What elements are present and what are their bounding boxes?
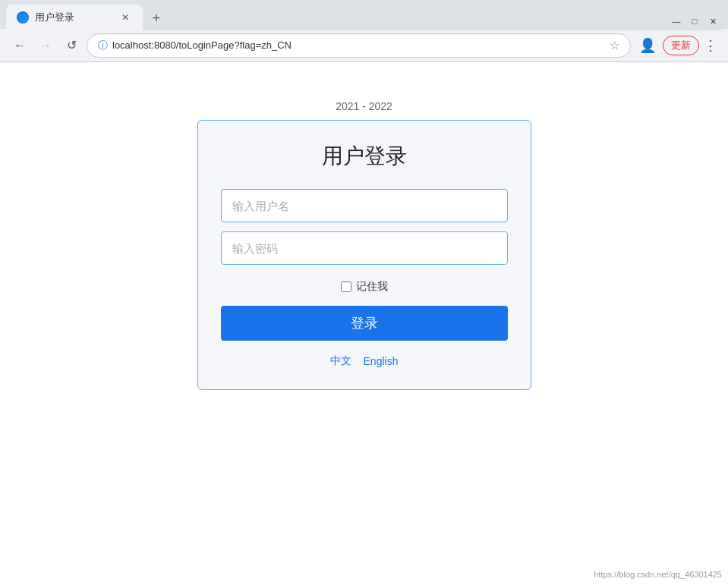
account-button[interactable]: 👤 — [635, 33, 660, 58]
login-card: 用户登录 记住我 登录 中文 English — [197, 120, 531, 390]
page-content: 2021 - 2022 用户登录 记住我 登录 中文 English — [0, 62, 728, 585]
window-controls: — □ ✕ — [670, 15, 722, 27]
back-button[interactable]: ← — [9, 35, 30, 56]
maximize-button[interactable]: □ — [689, 15, 701, 27]
login-button[interactable]: 登录 — [221, 306, 508, 341]
active-tab[interactable]: 🌐 用户登录 ✕ — [6, 5, 143, 30]
address-bar[interactable]: ⓘ ☆ — [87, 33, 631, 58]
password-input[interactable] — [221, 231, 508, 265]
watermark: https://blog.csdn.net/qq_46301425 — [594, 570, 722, 579]
remember-checkbox[interactable] — [341, 281, 351, 292]
year-label: 2021 - 2022 — [336, 100, 392, 112]
browser-chrome: 🌐 用户登录 ✕ + — □ ✕ ← → ↺ ⓘ ☆ 👤 更新 — [0, 0, 728, 62]
address-input[interactable] — [112, 39, 605, 51]
chinese-language-link[interactable]: 中文 — [330, 354, 351, 368]
tab-bar: 🌐 用户登录 ✕ + — □ ✕ — [6, 3, 722, 30]
account-icon: 👤 — [639, 37, 656, 54]
close-button[interactable]: ✕ — [707, 15, 719, 27]
toolbar-right: 👤 更新 ⋮ — [635, 33, 719, 58]
title-bar: 🌐 用户登录 ✕ + — □ ✕ — [0, 0, 728, 29]
tab-favicon-icon: 🌐 — [17, 11, 29, 24]
remember-label: 记住我 — [356, 280, 388, 294]
tab-title-text: 用户登录 — [35, 11, 74, 24]
forward-button[interactable]: → — [35, 35, 56, 56]
update-button[interactable]: 更新 — [663, 36, 699, 55]
refresh-button[interactable]: ↺ — [61, 35, 82, 56]
bookmark-icon[interactable]: ☆ — [610, 39, 619, 52]
toolbar: ← → ↺ ⓘ ☆ 👤 更新 ⋮ — [0, 29, 728, 62]
username-input[interactable] — [221, 189, 508, 222]
remember-row: 记住我 — [221, 280, 508, 294]
new-tab-button[interactable]: + — [146, 8, 167, 29]
address-lock-icon: ⓘ — [98, 39, 108, 52]
login-title: 用户登录 — [322, 142, 407, 171]
minimize-button[interactable]: — — [670, 15, 682, 27]
language-selector: 中文 English — [330, 354, 399, 368]
english-language-link[interactable]: English — [364, 355, 399, 367]
tab-close-button[interactable]: ✕ — [118, 11, 132, 24]
menu-button[interactable]: ⋮ — [702, 37, 719, 54]
